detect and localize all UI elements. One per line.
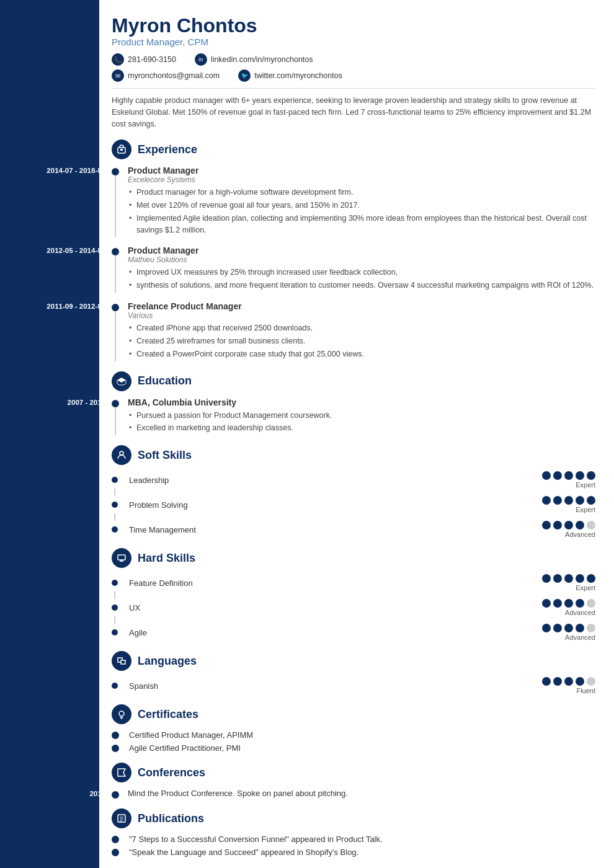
bullet-item: Created 25 wireframes for small business…: [128, 335, 595, 347]
skill-level-spanish: Fluent: [576, 687, 595, 694]
publications-header: Publications: [112, 808, 595, 828]
skill-dot-feature: [112, 580, 118, 586]
conferences-header: Conferences: [112, 763, 595, 782]
bullet-item: Product manager for a high-volume softwa…: [128, 187, 595, 198]
cert-dot-1: [112, 732, 119, 739]
skill-dot-leadership: [112, 477, 118, 483]
soft-skills-header: Soft Skills: [112, 445, 595, 465]
dot5: [587, 624, 595, 632]
candidate-title: Product Manager, CPM: [112, 37, 595, 47]
skill-level-ux: Advanced: [565, 609, 595, 616]
job-company-1: Excelecore Systems: [128, 175, 595, 184]
soft-skills-title: Soft Skills: [138, 449, 192, 462]
svg-point-6: [119, 711, 124, 716]
skill-dots-problem: [542, 496, 595, 505]
bullet-item: synthesis of solutions, and more frequen…: [128, 280, 595, 291]
dot1: [542, 521, 551, 529]
bullet-item: Created iPhone app that received 2500 do…: [128, 322, 595, 334]
dot5: [587, 496, 595, 505]
education-section: Education 2007 - 2011 MBA, Columbia Univ…: [112, 371, 595, 436]
skill-name-time: Time Management: [129, 525, 542, 534]
job-body-2: Product Manager Mathieu Solutions Improv…: [128, 246, 595, 293]
pub-item-2: "Speak the Language and Succeed" appeare…: [112, 848, 595, 857]
skill-rating-time: Advanced: [542, 521, 595, 538]
dot2: [553, 677, 562, 686]
conferences-title: Conferences: [138, 766, 205, 779]
hard-skills-icon: [112, 548, 131, 568]
skill-name-ux: UX: [129, 603, 542, 613]
experience-section: Experience 2014-07 - 2018-08 Product Man…: [112, 140, 595, 361]
languages-section: Languages Spanish Fluent: [112, 651, 595, 694]
languages-icon: [112, 651, 131, 671]
certificates-icon: [112, 704, 131, 724]
dot4: [576, 599, 584, 608]
dot2: [553, 599, 562, 608]
skill-level-problem: Expert: [576, 506, 595, 513]
job-company-2: Mathieu Solutions: [128, 255, 595, 264]
dot2: [553, 496, 562, 505]
hard-skills-header: Hard Skills: [112, 548, 595, 568]
skill-level-feature: Expert: [576, 584, 595, 591]
dot4: [576, 496, 584, 505]
twitter-contact: 🐦 twitter.com/myronchontos: [238, 69, 342, 82]
skill-name-feature: Feature Definition: [129, 578, 542, 588]
skill-rating-feature: Expert: [542, 574, 595, 591]
email-address: myronchontos@gmail.com: [128, 71, 220, 80]
publications-title: Publications: [138, 812, 204, 825]
dot4: [576, 521, 584, 529]
dot5: [587, 521, 595, 529]
timeline-dot-2: [112, 248, 119, 255]
job-item-2: 2012-05 - 2014-06 Product Manager Mathie…: [112, 246, 595, 293]
dot2: [553, 521, 562, 529]
dot5: [587, 471, 595, 480]
dot1: [542, 677, 551, 686]
cert-item-2: Agile Certified Practitioner, PMI: [112, 743, 595, 753]
skill-row-leadership: Leadership Expert: [112, 471, 595, 489]
dot3: [564, 496, 573, 505]
skill-row-time: Time Management Advanced: [112, 521, 595, 538]
dot4: [576, 677, 584, 686]
edu-bullets-1: Pursued a passion for Product Management…: [128, 410, 595, 435]
skill-name-spanish: Spanish: [129, 681, 542, 691]
job-bullets-3: Created iPhone app that received 2500 do…: [128, 322, 595, 360]
svg-rect-1: [120, 149, 123, 151]
skill-name-problem: Problem Solving: [129, 500, 542, 510]
hard-skills-section: Hard Skills Feature Definition Expert: [112, 548, 595, 641]
dot3: [564, 471, 573, 480]
skill-rating-agile: Advanced: [542, 624, 595, 641]
dot1: [542, 599, 551, 608]
job-item-3: 2011-09 - 2012-04 Freelance Product Mana…: [112, 301, 595, 361]
svg-rect-3: [118, 555, 125, 560]
skill-dots-feature: [542, 574, 595, 583]
summary-text: Highly capable product manager with 6+ y…: [112, 88, 595, 130]
email-icon: ✉: [112, 69, 124, 82]
dot1: [542, 471, 551, 480]
experience-header: Experience: [112, 140, 595, 159]
conference-text-1: Mind the Product Conference. Spoke on pa…: [128, 789, 348, 798]
education-header: Education: [112, 371, 595, 391]
skill-rating-problem: Expert: [542, 496, 595, 513]
bullet-item: Created a PowerPoint corporate case stud…: [128, 348, 595, 360]
skill-level-agile: Advanced: [565, 634, 595, 641]
hard-skills-title: Hard Skills: [138, 552, 195, 565]
linkedin-url: linkedin.com/in/myronchontos: [211, 55, 313, 64]
publications-section: Publications "7 Steps to a Successful Co…: [112, 808, 595, 857]
skill-name-agile: Agile: [129, 628, 542, 637]
svg-marker-7: [118, 769, 125, 776]
skill-row-agile: Agile Advanced: [112, 624, 595, 641]
publications-icon: [112, 808, 131, 828]
skill-row-feature: Feature Definition Expert: [112, 574, 595, 591]
conference-dot-1: [112, 791, 119, 799]
skill-line-feature: [114, 591, 115, 599]
edu-dot-1: [112, 400, 119, 407]
skill-dots-spanish: [542, 677, 595, 686]
dot1: [542, 624, 551, 632]
timeline-dot-1: [112, 168, 119, 175]
skill-dots-time: [542, 521, 595, 529]
skill-name-leadership: Leadership: [129, 476, 542, 485]
job-body-3: Freelance Product Manager Various Create…: [128, 301, 595, 361]
skill-rating-spanish: Fluent: [542, 677, 595, 694]
skill-dots-leadership: [542, 471, 595, 480]
skill-dot-ux: [112, 604, 118, 611]
dot4: [576, 624, 584, 632]
